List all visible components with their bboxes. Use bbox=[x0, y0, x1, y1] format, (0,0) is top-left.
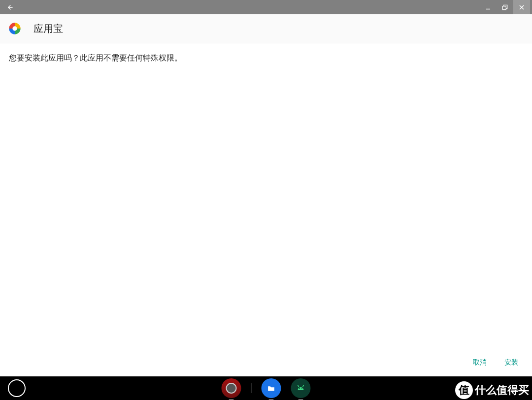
close-icon bbox=[518, 4, 525, 11]
window-titlebar bbox=[0, 0, 532, 14]
restore-window-icon bbox=[501, 4, 508, 11]
install-content: 您要安装此应用吗？此应用不需要任何特殊权限。 bbox=[0, 43, 532, 349]
restore-button[interactable] bbox=[497, 0, 513, 14]
folder-icon bbox=[266, 383, 277, 394]
taskbar-app-phone[interactable] bbox=[222, 378, 241, 398]
watermark-text: 什么值得买 bbox=[475, 383, 529, 398]
close-button[interactable] bbox=[513, 0, 530, 14]
taskbar: 值 什么值得买 bbox=[0, 376, 532, 400]
android-head-icon bbox=[295, 382, 307, 394]
app-title: 应用宝 bbox=[33, 22, 63, 35]
svg-point-10 bbox=[299, 388, 300, 389]
watermark-badge: 值 bbox=[455, 381, 473, 399]
cancel-button[interactable]: 取消 bbox=[473, 358, 487, 367]
svg-line-9 bbox=[303, 385, 304, 387]
back-button[interactable] bbox=[2, 0, 19, 14]
yingyongbao-swirl-icon bbox=[8, 22, 22, 35]
arrow-left-icon bbox=[7, 4, 14, 11]
taskbar-separator bbox=[251, 383, 252, 393]
minimize-button[interactable] bbox=[480, 0, 497, 14]
app-icon bbox=[8, 22, 22, 35]
taskbar-app-files[interactable] bbox=[262, 378, 281, 398]
install-button[interactable]: 安装 bbox=[504, 358, 518, 367]
svg-rect-3 bbox=[502, 6, 506, 9]
watermark: 值 什么值得买 bbox=[455, 381, 529, 399]
launcher-button[interactable] bbox=[8, 379, 26, 397]
taskbar-app-android[interactable] bbox=[291, 378, 311, 398]
install-message: 您要安装此应用吗？此应用不需要任何特殊权限。 bbox=[9, 52, 523, 64]
svg-point-11 bbox=[301, 388, 302, 389]
app-header: 应用宝 bbox=[0, 14, 532, 43]
action-row: 取消 安装 bbox=[0, 349, 532, 376]
svg-point-6 bbox=[13, 27, 17, 31]
phone-icon bbox=[226, 383, 237, 394]
minimize-icon bbox=[485, 4, 492, 11]
svg-line-8 bbox=[298, 385, 299, 387]
